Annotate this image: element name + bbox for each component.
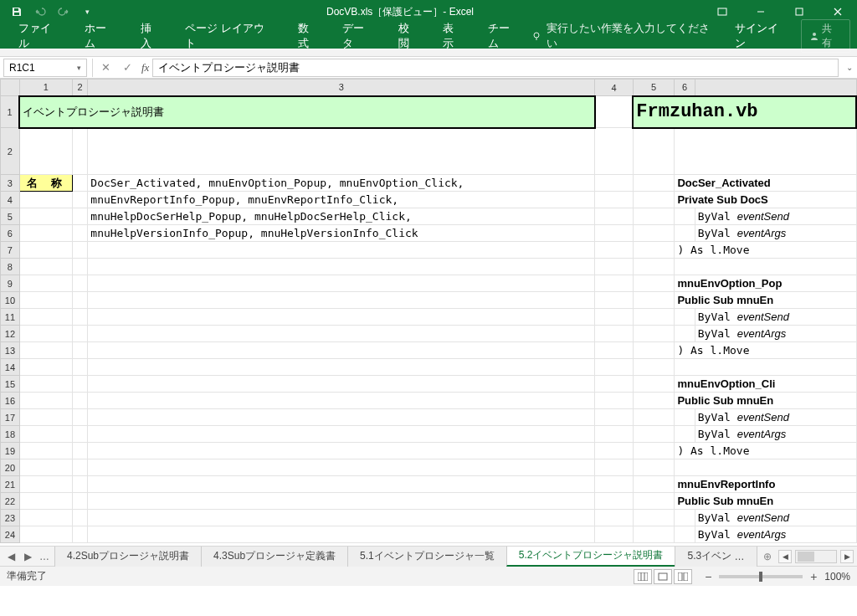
cell[interactable] (595, 526, 634, 543)
cell[interactable] (633, 275, 675, 292)
cell[interactable] (72, 342, 88, 359)
cell[interactable] (633, 443, 675, 459)
cell[interactable] (88, 275, 595, 292)
row-header[interactable]: 10 (1, 292, 20, 309)
cell[interactable] (72, 192, 88, 208)
cell[interactable] (88, 526, 595, 543)
row-header[interactable]: 15 (1, 376, 20, 393)
formula-input[interactable]: イベントプロシージャ説明書 (152, 59, 839, 77)
cell[interactable] (72, 326, 88, 342)
cell[interactable] (595, 309, 634, 326)
tab-nav-next-icon[interactable]: ▶ (22, 551, 33, 562)
cell[interactable] (633, 493, 675, 510)
row-header[interactable]: 5 (1, 208, 20, 225)
tab-formulas[interactable]: 数式 (286, 23, 331, 49)
cell[interactable] (88, 242, 595, 259)
row-header[interactable]: 19 (1, 443, 20, 459)
cell[interactable] (88, 459, 595, 476)
tell-me-box[interactable]: 実行したい作業を入力してください (531, 21, 718, 51)
undo-icon[interactable] (30, 2, 50, 22)
cell[interactable] (633, 309, 675, 326)
cell[interactable] (19, 476, 72, 493)
cell[interactable] (595, 128, 634, 175)
cell[interactable] (72, 443, 88, 459)
cell[interactable] (633, 326, 675, 342)
cell[interactable] (88, 426, 595, 443)
zoom-out-button[interactable]: − (702, 570, 714, 583)
tab-view[interactable]: 表示 (431, 23, 476, 49)
code-cell[interactable]: Private Sub DocS (675, 192, 856, 208)
code-cell[interactable]: mnuEnvOption_Cli (675, 376, 856, 393)
code-cell[interactable]: ByVal eventArgs (695, 526, 856, 543)
cell[interactable] (595, 275, 634, 292)
cell[interactable] (633, 175, 675, 192)
cell[interactable] (19, 309, 72, 326)
redo-icon[interactable] (54, 2, 74, 22)
cell[interactable] (72, 493, 88, 510)
cell[interactable] (633, 128, 675, 175)
row-header[interactable]: 7 (1, 242, 20, 259)
view-page-layout-icon[interactable] (654, 569, 672, 584)
cell[interactable] (19, 426, 72, 443)
hscroll-left-icon[interactable]: ◀ (778, 550, 792, 563)
cell[interactable] (19, 192, 72, 208)
zoom-thumb[interactable] (759, 572, 762, 582)
zoom-slider[interactable] (719, 575, 803, 578)
row-header[interactable]: 20 (1, 459, 20, 476)
cell[interactable] (633, 342, 675, 359)
hscroll-thumb[interactable] (798, 552, 814, 562)
cell[interactable] (595, 342, 634, 359)
tab-nav-more-icon[interactable]: … (38, 551, 50, 562)
cell[interactable] (19, 459, 72, 476)
view-normal-icon[interactable] (634, 569, 652, 584)
code-cell[interactable]: ByVal eventArgs (695, 326, 856, 342)
cell[interactable] (19, 526, 72, 543)
row-header[interactable]: 2 (1, 128, 20, 175)
cell[interactable] (633, 225, 675, 242)
cell[interactable] (72, 376, 88, 393)
cell[interactable] (675, 510, 695, 526)
row-header[interactable]: 8 (1, 259, 20, 275)
code-cell[interactable]: ByVal ByVal eventSendeventSend (695, 208, 856, 225)
cell[interactable] (19, 208, 72, 225)
cell[interactable] (72, 459, 88, 476)
cell[interactable] (595, 96, 634, 128)
cell[interactable] (88, 128, 595, 175)
cell[interactable] (88, 326, 595, 342)
row-header[interactable]: 12 (1, 326, 20, 342)
cell[interactable] (72, 476, 88, 493)
code-cell[interactable]: ByVal eventSend (695, 409, 856, 426)
cell[interactable] (633, 409, 675, 426)
chevron-down-icon[interactable]: ▾ (77, 64, 81, 72)
cell[interactable] (19, 275, 72, 292)
zoom-in-button[interactable]: + (808, 570, 819, 583)
code-cell[interactable]: Public Sub mnuEn (675, 292, 856, 309)
cell[interactable] (88, 493, 595, 510)
cell[interactable]: mnuEnvReportInfo_Popup, mnuEnvReportInfo… (88, 192, 595, 208)
row-header[interactable]: 14 (1, 359, 20, 376)
cell[interactable] (675, 259, 856, 275)
code-cell[interactable]: mnuEnvOption_Pop (675, 275, 856, 292)
cell[interactable] (72, 175, 88, 192)
column-header[interactable]: 1 (19, 80, 72, 96)
cell[interactable] (19, 259, 72, 275)
cell[interactable] (19, 128, 72, 175)
cell[interactable] (595, 242, 634, 259)
cell[interactable] (72, 526, 88, 543)
row-header[interactable]: 13 (1, 342, 20, 359)
column-header[interactable] (695, 80, 856, 96)
cell[interactable] (72, 128, 88, 175)
tab-review[interactable]: 校閲 (387, 23, 432, 49)
cell[interactable] (595, 426, 634, 443)
cell[interactable] (88, 393, 595, 409)
cell[interactable] (595, 443, 634, 459)
cell[interactable] (88, 409, 595, 426)
cell[interactable] (88, 342, 595, 359)
row-header[interactable]: 3 (1, 175, 20, 192)
cell[interactable] (633, 459, 675, 476)
cell[interactable] (633, 426, 675, 443)
cell[interactable] (19, 409, 72, 426)
column-header[interactable]: 6 (675, 80, 695, 96)
signin-link[interactable]: サインイン (735, 21, 788, 51)
row-header[interactable]: 22 (1, 493, 20, 510)
